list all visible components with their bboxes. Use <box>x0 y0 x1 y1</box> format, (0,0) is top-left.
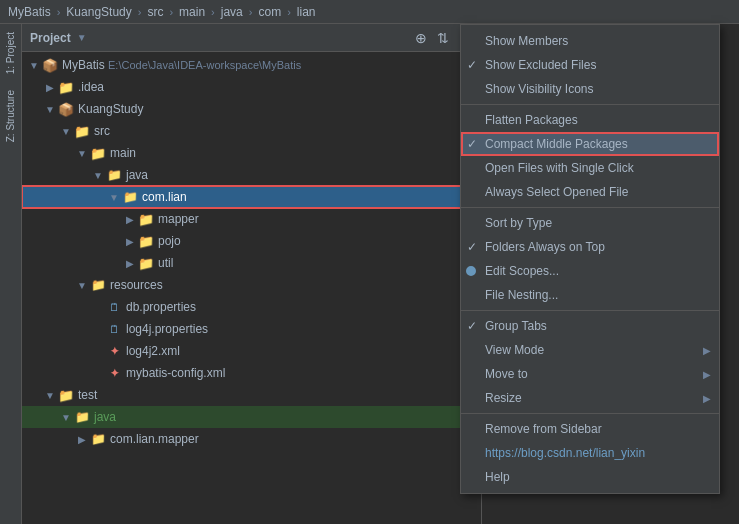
tree-item-mybatis[interactable]: ▼ 📦 MyBatis E:\Code\Java\IDEA-workspace\… <box>22 54 481 76</box>
title-sep-6: › <box>287 6 291 18</box>
folder-icon-main: 📁 <box>90 145 106 161</box>
folder-icon-test: 📁 <box>58 387 74 403</box>
title-bar: MyBatis › KuangStudy › src › main › java… <box>0 0 739 24</box>
tree-item-mapper[interactable]: ▶ 📁 mapper <box>22 208 481 230</box>
check-show-excluded: ✓ <box>467 58 477 72</box>
tree-item-idea[interactable]: ▶ 📁 .idea <box>22 76 481 98</box>
tree-item-test[interactable]: ▼ 📁 test <box>22 384 481 406</box>
title-part-com: com <box>258 5 281 19</box>
sort-icon[interactable]: ⇅ <box>435 30 451 46</box>
menu-item-move-to[interactable]: Move to ▶ <box>461 362 719 386</box>
menu-item-folders-on-top[interactable]: ✓ Folders Always on Top <box>461 235 719 259</box>
side-tabs: 1: Project Z: Structure <box>0 24 22 524</box>
arrow-resources: ▼ <box>74 277 90 293</box>
menu-item-compact-middle[interactable]: ✓ Compact Middle Packages <box>461 132 719 156</box>
check-group-tabs: ✓ <box>467 319 477 333</box>
arrow-test: ▼ <box>42 387 58 403</box>
folder-icon-mapper: 📁 <box>138 211 154 227</box>
tree-item-com-lian-mapper[interactable]: ▶ 📁 com.lian.mapper <box>22 428 481 450</box>
title-part-lian: lian <box>297 5 316 19</box>
tree-item-kuangstudy[interactable]: ▼ 📦 KuangStudy <box>22 98 481 120</box>
tree-item-main[interactable]: ▼ 📁 main <box>22 142 481 164</box>
menu-item-edit-scopes[interactable]: Edit Scopes... <box>461 259 719 283</box>
arrow-idea: ▶ <box>42 79 58 95</box>
menu-item-view-mode[interactable]: View Mode ▶ <box>461 338 719 362</box>
label-com-lian-mapper: com.lian.mapper <box>110 432 199 446</box>
menu-item-flatten-packages[interactable]: Flatten Packages <box>461 108 719 132</box>
module-icon: 📦 <box>42 57 58 73</box>
menu-label-always-select: Always Select Opened File <box>485 185 628 199</box>
arrow-java-test: ▼ <box>58 409 74 425</box>
menu-item-file-nesting[interactable]: File Nesting... <box>461 283 719 307</box>
panel-title: Project <box>30 31 71 45</box>
tree-item-mybatis-config[interactable]: ▶ ✦ mybatis-config.xml <box>22 362 481 384</box>
menu-item-show-members[interactable]: Show Members <box>461 29 719 53</box>
menu-label-compact-middle: Compact Middle Packages <box>485 137 628 151</box>
tree-item-log4j2-xml[interactable]: ▶ ✦ log4j2.xml <box>22 340 481 362</box>
check-compact-middle: ✓ <box>467 137 477 151</box>
menu-label-view-mode: View Mode <box>485 343 544 357</box>
label-mybatis: MyBatis E:\Code\Java\IDEA-workspace\MyBa… <box>62 58 301 72</box>
tree-item-src[interactable]: ▼ 📁 src <box>22 120 481 142</box>
title-part-src: src <box>147 5 163 19</box>
tree-item-db-properties[interactable]: ▶ 🗒 db.properties <box>22 296 481 318</box>
menu-label-resize: Resize <box>485 391 522 405</box>
title-sep-3: › <box>169 6 173 18</box>
arrow-src: ▼ <box>58 123 74 139</box>
file-icon-mybatis-config: ✦ <box>106 365 122 381</box>
label-test: test <box>78 388 97 402</box>
menu-label-folders-on-top: Folders Always on Top <box>485 240 605 254</box>
menu-label-help: Help <box>485 470 510 484</box>
tree-item-log4j-properties[interactable]: ▶ 🗒 log4j.properties <box>22 318 481 340</box>
menu-item-help-link[interactable]: https://blog.csdn.net/lian_yixin <box>461 441 719 465</box>
menu-item-help[interactable]: Help <box>461 465 719 489</box>
tree-item-com-lian[interactable]: ▼ 📁 com.lian <box>22 186 481 208</box>
label-kuangstudy: KuangStudy <box>78 102 143 116</box>
menu-item-resize[interactable]: Resize ▶ <box>461 386 719 410</box>
folder-icon-src: 📁 <box>74 123 90 139</box>
title-part-java: java <box>221 5 243 19</box>
file-icon-db-properties: 🗒 <box>106 299 122 315</box>
title-part-main: main <box>179 5 205 19</box>
arrow-mybatis: ▼ <box>26 57 42 73</box>
tree-item-resources[interactable]: ▼ 📁 resources <box>22 274 481 296</box>
tree-item-util[interactable]: ▶ 📁 util <box>22 252 481 274</box>
sidebar-tab-structure[interactable]: Z: Structure <box>1 82 20 150</box>
locate-icon[interactable]: ⊕ <box>413 30 429 46</box>
folder-icon-java: 📁 <box>106 167 122 183</box>
menu-sep-1 <box>461 104 719 105</box>
label-log4j-properties: log4j.properties <box>126 322 208 336</box>
project-panel: Project ▼ ⊕ ⇅ ⚙ ▼ 📦 MyBatis E:\Code\Java… <box>22 24 482 524</box>
menu-item-sort-by-type[interactable]: Sort by Type <box>461 211 719 235</box>
menu-label-show-visibility: Show Visibility Icons <box>485 82 594 96</box>
sidebar-tab-project[interactable]: 1: Project <box>1 24 20 82</box>
arrow-kuangstudy: ▼ <box>42 101 58 117</box>
tree-item-java[interactable]: ▼ 📁 java <box>22 164 481 186</box>
label-resources: resources <box>110 278 163 292</box>
menu-item-group-tabs[interactable]: ✓ Group Tabs <box>461 314 719 338</box>
menu-item-show-excluded[interactable]: ✓ Show Excluded Files <box>461 53 719 77</box>
folder-icon-resources: 📁 <box>90 277 106 293</box>
menu-item-show-visibility[interactable]: Show Visibility Icons <box>461 77 719 101</box>
tree-item-java-test[interactable]: ▼ 📁 java <box>22 406 481 428</box>
label-main: main <box>110 146 136 160</box>
check-folders-on-top: ✓ <box>467 240 477 254</box>
folder-icon-pojo: 📁 <box>138 233 154 249</box>
folder-icon-com-lian: 📁 <box>122 189 138 205</box>
menu-item-remove-sidebar[interactable]: Remove from Sidebar <box>461 417 719 441</box>
menu-sep-3 <box>461 310 719 311</box>
title-sep-2: › <box>138 6 142 18</box>
menu-item-always-select[interactable]: Always Select Opened File <box>461 180 719 204</box>
project-tree: ▼ 📦 MyBatis E:\Code\Java\IDEA-workspace\… <box>22 52 481 524</box>
label-java-test: java <box>94 410 116 424</box>
submenu-arrow-view-mode: ▶ <box>703 345 711 356</box>
tree-item-pojo[interactable]: ▶ 📁 pojo <box>22 230 481 252</box>
label-db-properties: db.properties <box>126 300 196 314</box>
file-icon-log4j2-xml: ✦ <box>106 343 122 359</box>
arrow-com-lian-mapper: ▶ <box>74 431 90 447</box>
arrow-java: ▼ <box>90 167 106 183</box>
panel-dropdown-arrow[interactable]: ▼ <box>77 32 87 43</box>
menu-label-sort-by-type: Sort by Type <box>485 216 552 230</box>
menu-item-open-single-click[interactable]: Open Files with Single Click <box>461 156 719 180</box>
title-sep-1: › <box>57 6 61 18</box>
